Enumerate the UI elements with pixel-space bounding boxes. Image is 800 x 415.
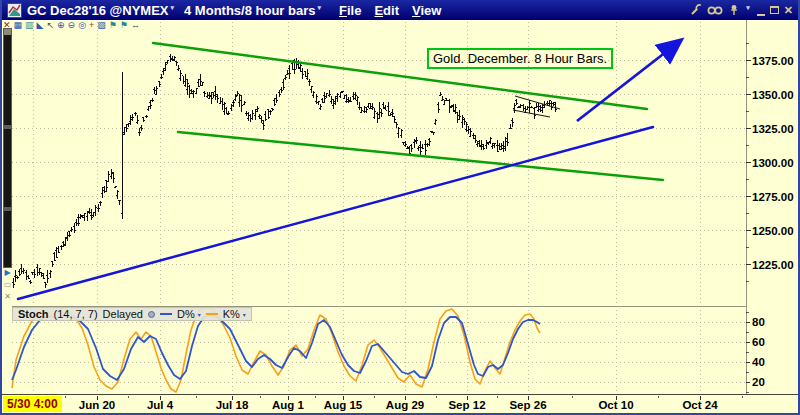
d-line-swatch-icon (160, 313, 172, 315)
app-window: GC Dec28'16 @NYMEX ▾ 4 Months/8 hour bar… (0, 0, 800, 415)
date-axis-label: Sep 12 (448, 399, 485, 411)
app-icon (7, 3, 22, 18)
date-axis-label: Aug 29 (386, 399, 424, 411)
blue-support-trendline[interactable] (18, 127, 653, 299)
crosshair-icon[interactable]: + (89, 20, 94, 30)
axis-ticks (65, 44, 751, 400)
flag-end-icon[interactable]: ⚑ (120, 20, 128, 30)
indicator-icon[interactable]: ▧ (97, 20, 106, 30)
zoom-out-icon[interactable]: ⊖ (68, 20, 76, 30)
menu-view[interactable]: View (412, 3, 441, 18)
titlebar: GC Dec28'16 @NYMEX ▾ 4 Months/8 hour bar… (2, 0, 798, 20)
zoom-area-icon[interactable]: ◎ (78, 20, 86, 30)
pin-dropdown-icon[interactable]: ▾ (746, 4, 750, 12)
symbol-title[interactable]: GC Dec28'16 @NYMEX (27, 3, 169, 18)
date-axis-label: Sep 26 (509, 399, 546, 411)
menu-edit[interactable]: Edit (374, 3, 399, 18)
chart-region: 1375.001350.001325.001300.001275.001250.… (2, 20, 798, 413)
stoch-title: Stoch (18, 308, 49, 320)
zoom-in-icon[interactable]: ⊕ (57, 20, 65, 30)
titlebar-controls: ▾ ✕ (690, 4, 793, 16)
close-button[interactable]: ✕ (784, 5, 793, 16)
trend-tool-icon[interactable]: ◣ (37, 20, 44, 30)
vertical-scrollbar[interactable] (3, 28, 12, 268)
chart-grid-icon[interactable]: ▦ (14, 20, 23, 30)
price-axis-label: 1250.00 (752, 225, 794, 237)
pushpin-icon[interactable] (729, 4, 739, 16)
cursor-tool-icon[interactable]: ↖ (47, 20, 55, 30)
date-axis-label: Oct 10 (598, 399, 633, 411)
stoch-axis-label: 40 (752, 356, 765, 368)
chart-toolbar: ✕▦▥◣↖⊕⊖◎+▧⚑⚑↔ (3, 20, 140, 30)
price-axis-label: 1225.00 (752, 259, 794, 271)
pennant-line-1[interactable] (513, 110, 550, 117)
price-bars (12, 54, 558, 288)
stoch-axis-label: 80 (752, 316, 765, 328)
play-icon[interactable]: ▶ (4, 268, 10, 278)
green-trendline-lower[interactable] (178, 132, 663, 180)
menu-file[interactable]: File (339, 3, 361, 18)
date-axis-label: Jul 4 (147, 399, 174, 411)
price-axis-label: 1375.00 (752, 55, 794, 67)
date-axis-label: Jun 20 (79, 399, 115, 411)
k-line-swatch-icon (206, 313, 218, 315)
annotation-label[interactable]: Gold. December. 8 Hour Bars. (427, 48, 613, 69)
k-series-label[interactable]: K% (223, 308, 240, 320)
time-readout: 5/30 4:00 (3, 396, 62, 412)
price-axis-label: 1350.00 (752, 89, 794, 101)
maximize-button[interactable] (770, 6, 779, 14)
period-title[interactable]: 4 Months/8 hour bars (184, 3, 315, 18)
k-dropdown-icon[interactable]: ▾ (243, 311, 246, 318)
price-axis-label: 1275.00 (752, 191, 794, 203)
stoch-legend: Stoch (14, 7, 7) Delayed D% ▾ K% ▾ (12, 307, 252, 321)
chart-canvas[interactable]: 1375.001350.001325.001300.001275.001250.… (2, 20, 798, 413)
sidebar-icons: ▶▭✕ (2, 268, 13, 302)
pan-icon[interactable]: ↔ (131, 20, 140, 30)
price-axis-label: 1300.00 (752, 157, 794, 169)
date-axis-label: Aug 1 (272, 399, 305, 411)
delayed-indicator-icon[interactable] (148, 311, 155, 318)
menubar: File Edit View (339, 3, 441, 18)
link-chart-icon[interactable] (707, 5, 724, 16)
minimize-button[interactable] (757, 5, 765, 16)
d-series-label[interactable]: D% (177, 308, 195, 320)
wrench-icon[interactable] (690, 4, 702, 16)
page-icon[interactable]: ▭ (4, 280, 12, 290)
stoch-params: (14, 7, 7) (54, 308, 98, 320)
clear-icon[interactable]: ✕ (4, 292, 11, 302)
stoch-axis-label: 60 (752, 336, 765, 348)
price-axis-label: 1325.00 (752, 123, 794, 135)
symbol-dropdown-icon[interactable]: ▾ (171, 4, 175, 12)
date-axis-label: Aug 15 (324, 399, 363, 411)
bar-chart-icon[interactable]: ▥ (25, 20, 34, 30)
flag-start-icon[interactable]: ⚑ (109, 20, 117, 30)
d-dropdown-icon[interactable]: ▾ (198, 311, 201, 318)
stoch-axis-label: 20 (752, 376, 765, 388)
stoch-delayed-label: Delayed (103, 308, 143, 320)
period-dropdown-icon[interactable]: ▾ (317, 4, 321, 12)
date-axis-label: Jul 18 (216, 399, 249, 411)
date-axis-label: Oct 24 (682, 399, 718, 411)
